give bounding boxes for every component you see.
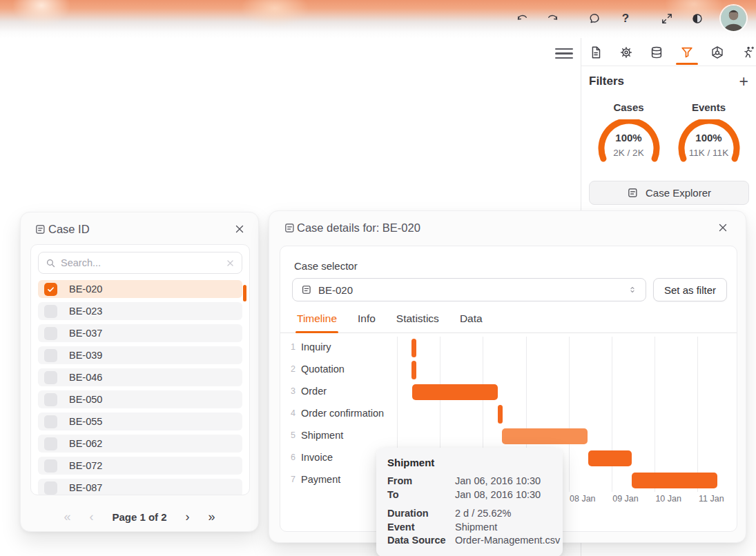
tooltip-value: Order-Management.csv [455,534,560,548]
list-item[interactable]: BE-087 [38,479,242,495]
checkbox[interactable] [44,481,57,495]
form-icon [301,284,312,295]
model-icon[interactable] [708,43,727,61]
gantt-bar[interactable] [502,428,588,444]
form-icon [284,222,295,234]
gantt-row-number: 3 [291,386,295,396]
gantt-milestone[interactable] [411,361,416,379]
menu-icon[interactable] [555,48,573,59]
active-tool-underline [676,63,698,65]
close-icon[interactable] [717,221,729,234]
list-item[interactable]: BE-023 [38,302,242,320]
prev-page-icon[interactable]: ‹ [89,510,93,523]
list-item[interactable]: BE-072 [38,457,242,475]
list-item[interactable]: BE-037 [38,324,242,342]
search-input[interactable] [61,252,222,273]
contrast-icon[interactable] [690,12,704,26]
tab-data[interactable]: Data [460,312,483,332]
tab-timeline[interactable]: Timeline [297,312,337,332]
gantt-bar[interactable] [588,450,632,466]
tooltip-row: EventShipment [387,521,553,535]
checkbox[interactable] [44,349,57,362]
case-id-label: BE-062 [69,438,102,449]
form-icon [627,187,639,199]
scrollbar-thumb[interactable] [243,285,246,301]
top-bar: ? [0,0,756,38]
gantt-row-number: 4 [291,408,295,418]
case-id-label: BE-046 [69,372,102,383]
list-item[interactable]: BE-039 [38,346,242,364]
list-item[interactable]: BE-062 [38,435,242,453]
filter-icon[interactable] [677,43,697,61]
checkbox[interactable] [44,327,57,340]
discovery-icon[interactable] [738,43,756,61]
gantt-row-label: Order [301,386,327,397]
clear-search-icon[interactable] [224,257,236,269]
expand-icon[interactable] [660,12,674,26]
first-page-icon[interactable]: « [64,510,70,523]
tooltip-value: 2 d / 25.62% [455,507,511,521]
chevron-updown-icon [628,284,637,295]
case-id-label: BE-023 [69,306,102,317]
last-page-icon[interactable]: » [209,510,215,523]
checkbox[interactable] [44,459,57,473]
list-item[interactable]: BE-050 [38,390,242,408]
gantt-milestone[interactable] [498,405,503,424]
checkbox[interactable] [44,437,57,450]
axis-tick-label: 08 Jan [562,494,603,504]
gridline [612,337,612,492]
next-page-icon[interactable]: › [186,510,190,523]
gantt-bar[interactable] [412,384,498,400]
gauge-ratio: 2K / 2K [593,148,665,158]
chat-icon[interactable] [588,12,601,26]
list-item[interactable]: BE-055 [38,413,242,430]
pagination: « ‹ Page 1 of 2 › » [21,506,258,527]
case-explorer-button[interactable]: Case Explorer [589,181,749,205]
list-item[interactable]: BE-020 [38,280,242,298]
redo-icon[interactable] [546,12,560,26]
gantt-row-label: Order confirmation [301,408,384,419]
help-icon[interactable]: ? [619,12,632,26]
close-icon[interactable] [233,223,246,235]
checkbox[interactable] [44,415,57,428]
tab-statistics[interactable]: Statistics [396,312,439,332]
tooltip-value: Jan 08, 2016 10:30 [455,488,541,502]
checkbox[interactable] [44,393,57,406]
list-item[interactable]: BE-046 [38,368,242,386]
tooltip-label: Data Source [387,534,455,548]
gridline [697,337,698,492]
cases-gauge: Cases 100% 2K / 2K [593,101,665,163]
gantt-milestone[interactable] [411,339,416,357]
gantt-bar[interactable] [632,473,717,488]
checkbox[interactable] [44,371,57,384]
case-id-label: BE-055 [69,416,102,427]
form-icon [35,224,46,235]
filters-title: Filters [589,75,624,88]
checkbox[interactable] [44,283,57,296]
tab-info[interactable]: Info [358,312,376,332]
avatar[interactable] [721,6,746,31]
gridline [569,337,570,492]
tooltip-body: FromJan 06, 2016 10:30ToJan 08, 2016 10:… [387,475,553,548]
data-icon[interactable] [647,43,666,61]
report-icon[interactable] [586,43,605,61]
case-select[interactable]: BE-020 [292,278,646,301]
case-id-panel: Case ID BE-020BE-023BE-037BE-039BE-046BE… [20,212,259,532]
case-id-label: BE-039 [69,350,102,361]
axis-tick-label: 09 Jan [605,494,646,504]
gauge-label: Events [673,101,745,113]
tooltip-title: Shipment [387,457,553,468]
tooltip-row: ToJan 08, 2016 10:30 [387,488,553,502]
checkbox[interactable] [44,305,57,318]
gantt-row-label: Inquiry [301,341,331,353]
set-as-filter-button[interactable]: Set as filter [653,278,727,301]
case-id-label: BE-020 [69,284,102,295]
add-filter-button[interactable]: + [739,74,748,89]
settings-icon[interactable] [617,43,636,61]
gauge-label: Cases [593,101,665,113]
search-icon [45,257,57,269]
gantt-row-number: 1 [291,342,295,352]
gantt-row-number: 6 [291,453,295,462]
case-list: BE-020BE-023BE-037BE-039BE-046BE-050BE-0… [31,280,249,495]
undo-icon[interactable] [515,12,529,26]
